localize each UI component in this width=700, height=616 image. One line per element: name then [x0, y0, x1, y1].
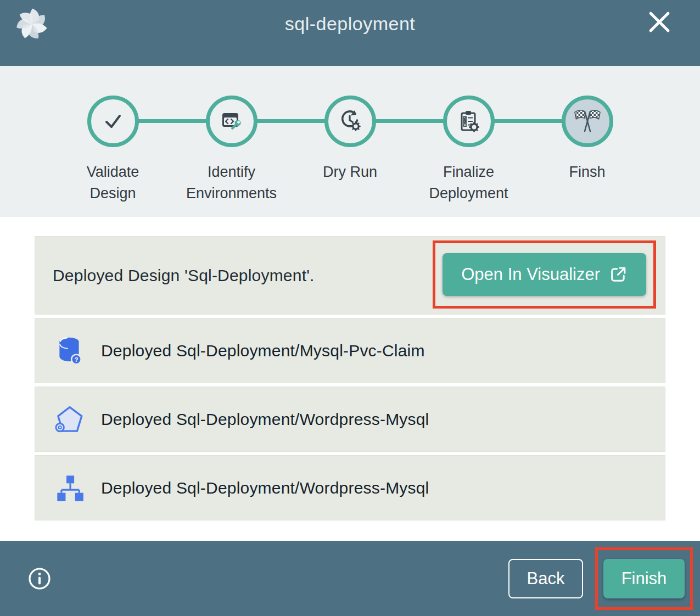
- step-label: Identify Environments: [183, 161, 281, 204]
- history-gear-icon: [337, 108, 363, 135]
- deployment-item-row: Deployed Sql-Deployment/Wordpress-Mysql: [35, 455, 665, 520]
- deployment-item-text: Deployed Sql-Deployment/Wordpress-Mysql: [101, 479, 429, 497]
- step-label: Finalize Deployment: [420, 161, 518, 204]
- finish-flags-icon: [573, 108, 602, 135]
- step-label: Dry Run: [323, 161, 377, 183]
- hierarchy-icon: [55, 473, 85, 503]
- external-link-icon: [609, 265, 628, 284]
- dialog-footer: Back Finish: [0, 541, 700, 616]
- svg-text:?: ?: [74, 356, 78, 362]
- step-dry-run: Dry Run: [291, 85, 410, 204]
- deployment-dialog: sql-deployment Validate Design: [0, 0, 700, 616]
- dialog-header: sql-deployment: [0, 0, 700, 66]
- clipboard-gear-icon: [456, 108, 482, 135]
- database-icon: ?: [54, 335, 85, 367]
- step-circle-identify-environments[interactable]: [206, 96, 257, 147]
- step-label: Finsh: [569, 161, 605, 183]
- pentagon-icon: [54, 404, 86, 435]
- step-circle-validate-design[interactable]: [87, 96, 139, 147]
- deployed-design-text: Deployed Design 'Sql-Deployment'.: [53, 266, 315, 285]
- step-circle-finish[interactable]: [562, 96, 613, 147]
- finish-button[interactable]: Finish: [603, 559, 685, 598]
- step-circle-finalize-deployment[interactable]: [443, 96, 495, 147]
- deployment-item-text: Deployed Sql-Deployment/Wordpress-Mysql: [101, 410, 429, 429]
- deployed-design-row: Deployed Design 'Sql-Deployment'. Open I…: [35, 236, 665, 315]
- step-label: Validate Design: [64, 161, 162, 204]
- code-wrench-icon: [219, 108, 245, 135]
- close-icon[interactable]: [645, 8, 674, 36]
- step-finish: Finsh: [528, 85, 647, 204]
- back-button[interactable]: Back: [508, 559, 583, 598]
- results-panel: Deployed Design 'Sql-Deployment'. Open I…: [0, 217, 700, 520]
- open-in-visualizer-button[interactable]: Open In Visualizer: [443, 253, 646, 296]
- open-in-visualizer-label: Open In Visualizer: [461, 265, 600, 284]
- deployment-item-row: Deployed Sql-Deployment/Wordpress-Mysql: [35, 387, 665, 452]
- step-finalize-deployment: Finsh Finalize Deployment: [410, 85, 528, 204]
- step-validate-design: Validate Design: [54, 85, 172, 204]
- step-circle-dry-run[interactable]: [324, 96, 376, 147]
- wizard-stepper: Validate Design Identify En: [0, 66, 700, 217]
- check-icon: [100, 109, 126, 134]
- deployment-item-row: ? Deployed Sql-Deployment/Mysql-Pvc-Clai…: [35, 318, 665, 383]
- dialog-title: sql-deployment: [0, 13, 700, 35]
- step-identify-environments: Identify Environments: [172, 85, 291, 204]
- highlight-box-visualizer: Open In Visualizer: [433, 240, 656, 309]
- highlight-box-finish: Finish: [595, 547, 693, 610]
- deployment-item-text: Deployed Sql-Deployment/Mysql-Pvc-Claim: [101, 341, 425, 360]
- info-icon[interactable]: [27, 567, 52, 591]
